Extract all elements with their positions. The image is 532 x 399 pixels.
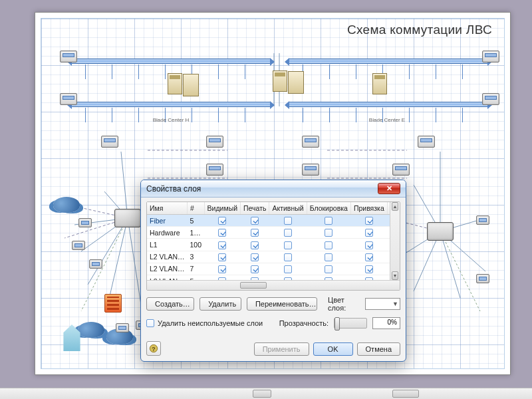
layer-active-checkbox[interactable] bbox=[284, 229, 292, 237]
switch-node[interactable] bbox=[302, 164, 319, 176]
layer-lock-checkbox[interactable] bbox=[325, 253, 332, 261]
switch-node[interactable] bbox=[482, 51, 499, 63]
layer-name-cell[interactable]: Fiber bbox=[147, 215, 188, 227]
server[interactable] bbox=[372, 73, 387, 94]
layer-active-checkbox[interactable] bbox=[284, 265, 292, 273]
window-h-scrollbar[interactable] bbox=[0, 388, 532, 399]
transparency-value[interactable]: 0% bbox=[372, 317, 400, 329]
rename-button[interactable]: Переименовать… bbox=[247, 297, 317, 311]
layers-table-container: Имя # Видимый Печать Активный Блокировка… bbox=[146, 201, 400, 291]
server-pair[interactable] bbox=[273, 70, 287, 92]
router-node[interactable] bbox=[116, 323, 129, 332]
layer-name-cell[interactable]: L1 bbox=[147, 239, 188, 251]
bus-right-bottom bbox=[289, 102, 488, 107]
layer-name-cell[interactable]: Hardware bbox=[147, 227, 188, 239]
transparency-slider[interactable] bbox=[334, 318, 367, 329]
ok-button[interactable]: OK bbox=[313, 342, 353, 356]
delete-button[interactable]: Удалить bbox=[200, 297, 241, 311]
table-row[interactable]: Fiber5 bbox=[147, 215, 400, 227]
layer-snap-checkbox[interactable] bbox=[365, 241, 373, 249]
bus-left-bottom bbox=[71, 102, 271, 107]
table-row[interactable]: L2 VLAN…3 bbox=[147, 251, 400, 263]
switch-node[interactable] bbox=[206, 136, 223, 148]
caption-blade-e: Blade Center E bbox=[369, 117, 405, 123]
router-node[interactable] bbox=[476, 215, 489, 225]
switch-node[interactable] bbox=[482, 93, 499, 105]
layer-print-checkbox[interactable] bbox=[251, 265, 259, 273]
col-print[interactable]: Печать bbox=[241, 202, 269, 215]
layer-print-checkbox[interactable] bbox=[251, 217, 259, 225]
layer-snap-checkbox[interactable] bbox=[365, 265, 373, 273]
col-name[interactable]: Имя bbox=[147, 202, 188, 215]
layer-active-checkbox[interactable] bbox=[284, 217, 292, 225]
switch-node[interactable] bbox=[60, 51, 77, 63]
close-button[interactable]: ✕ bbox=[378, 183, 400, 194]
table-row[interactable]: Hardware1… bbox=[147, 227, 400, 239]
dialog-titlebar[interactable]: Свойства слоя ✕ bbox=[141, 180, 406, 198]
col-visible[interactable]: Видимый bbox=[204, 202, 241, 215]
svg-line-14 bbox=[440, 231, 460, 298]
router-node[interactable] bbox=[89, 259, 102, 269]
apply-button[interactable]: Применить bbox=[254, 342, 309, 356]
scrollbar-thumb[interactable] bbox=[253, 390, 271, 398]
col-active[interactable]: Активный bbox=[269, 202, 307, 215]
col-snap[interactable]: Привязка bbox=[350, 202, 387, 215]
layer-snap-checkbox[interactable] bbox=[365, 217, 373, 225]
table-h-scrollbar[interactable] bbox=[147, 280, 400, 290]
scrollbar-thumb[interactable] bbox=[240, 282, 267, 289]
layer-print-checkbox[interactable] bbox=[251, 229, 259, 237]
layer-print-checkbox[interactable] bbox=[251, 253, 259, 261]
svg-line-20 bbox=[440, 231, 480, 311]
svg-line-8 bbox=[121, 152, 128, 218]
core-switch-left[interactable] bbox=[114, 209, 141, 227]
router-node[interactable] bbox=[72, 241, 85, 250]
layer-snap-checkbox[interactable] bbox=[365, 229, 373, 237]
switch-node[interactable] bbox=[60, 93, 77, 105]
cancel-button[interactable]: Отмена bbox=[357, 342, 400, 356]
delete-unused-checkbox[interactable] bbox=[146, 319, 154, 327]
col-count[interactable]: # bbox=[188, 202, 205, 215]
layer-count-cell: 5 bbox=[188, 215, 205, 227]
switch-node[interactable] bbox=[302, 136, 319, 148]
router-node[interactable] bbox=[476, 274, 489, 283]
layer-visible-checkbox[interactable] bbox=[218, 253, 226, 261]
layer-lock-checkbox[interactable] bbox=[325, 241, 332, 249]
layer-lock-checkbox[interactable] bbox=[325, 265, 332, 273]
layer-color-picker[interactable]: ▼ bbox=[365, 298, 400, 310]
layer-lock-checkbox[interactable] bbox=[325, 229, 332, 237]
layer-visible-checkbox[interactable] bbox=[218, 265, 226, 273]
cloud-icon[interactable] bbox=[53, 197, 80, 213]
table-row[interactable]: L1100 bbox=[147, 239, 400, 251]
scroll-up-arrow[interactable]: ▴ bbox=[392, 202, 398, 211]
layer-visible-checkbox[interactable] bbox=[218, 217, 226, 225]
layer-active-checkbox[interactable] bbox=[284, 253, 292, 261]
delete-unused-label: Удалить неиспользуемые слои bbox=[158, 319, 263, 327]
create-button[interactable]: Создать… bbox=[146, 297, 194, 311]
svg-line-4 bbox=[88, 218, 128, 285]
table-v-scrollbar[interactable]: ▴ ▾ bbox=[390, 202, 400, 280]
firewall-icon[interactable] bbox=[104, 294, 122, 313]
scroll-down-arrow[interactable]: ▾ bbox=[392, 271, 398, 280]
layer-name-cell[interactable]: L2 VLAN… bbox=[147, 251, 188, 263]
layer-lock-checkbox[interactable] bbox=[325, 217, 332, 225]
table-row[interactable]: L2 VLAN…7 bbox=[147, 263, 400, 275]
router-node[interactable] bbox=[78, 218, 92, 227]
layer-visible-checkbox[interactable] bbox=[218, 241, 226, 249]
core-switch-right[interactable] bbox=[427, 222, 454, 241]
layer-active-checkbox[interactable] bbox=[284, 241, 292, 249]
layer-visible-checkbox[interactable] bbox=[218, 229, 226, 237]
server-pair[interactable] bbox=[168, 73, 182, 94]
slider-knob[interactable] bbox=[334, 317, 340, 331]
switch-node[interactable] bbox=[392, 164, 410, 176]
switch-node[interactable] bbox=[418, 136, 435, 148]
cloud-icon[interactable] bbox=[78, 322, 104, 338]
layer-name-cell[interactable]: L2 VLAN… bbox=[147, 263, 188, 275]
layers-table[interactable]: Имя # Видимый Печать Активный Блокировка… bbox=[147, 202, 400, 290]
switch-node[interactable] bbox=[206, 164, 223, 176]
scrollbar-thumb[interactable] bbox=[392, 390, 419, 398]
col-lock[interactable]: Блокировка bbox=[307, 202, 350, 215]
layer-print-checkbox[interactable] bbox=[251, 241, 259, 249]
layer-snap-checkbox[interactable] bbox=[365, 253, 373, 261]
switch-node[interactable] bbox=[101, 136, 118, 148]
help-button[interactable]: ? bbox=[146, 341, 161, 356]
